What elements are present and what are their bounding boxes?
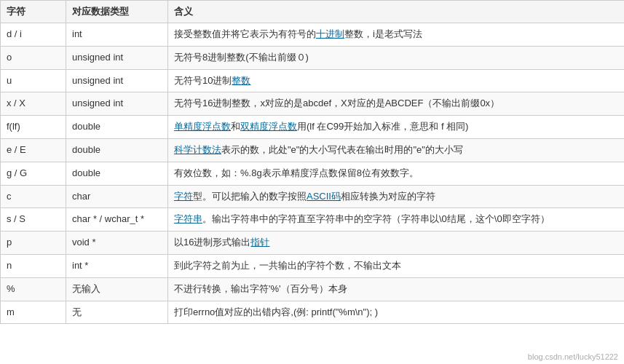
cell-char: c [1,185,66,208]
cell-type: 无输入 [66,277,168,301]
cell-type: double [66,162,168,185]
cell-meaning: 无符号16进制整数，x对应的是abcdef，X对应的是ABCDEF（不输出前缀0… [168,92,625,116]
meaning-link[interactable]: 字符串 [174,213,202,224]
header-char: 字符 [1,1,66,23]
cell-type: unsigned int [66,69,168,92]
cell-char: % [1,277,66,301]
table-row: g / Gdouble有效位数，如：%.8g表示单精度浮点数保留8位有效数字。 [1,162,625,185]
cell-type: char * / wchar_t * [66,208,168,232]
cell-type: void * [66,232,168,255]
cell-char: x / X [1,92,66,116]
meaning-text: 无符号16进制整数，x对应的是abcdef，X对应的是ABCDEF（不输出前缀0… [174,98,499,108]
table-row: s / Schar * / wchar_t *字符串。输出字符串中的字符直至字符… [1,208,625,232]
meaning-link[interactable]: 单精度浮点数 [174,121,231,132]
cell-meaning: 无符号10进制整数 [168,69,625,92]
table-row: e / Edouble科学计数法表示的数，此处"e"的大小写代表在输出时用的"e… [1,138,625,162]
table-row: nint *到此字符之前为止，一共输出的字符个数，不输出文本 [1,254,625,277]
cell-char: d / i [1,23,66,47]
cell-meaning: 字符型。可以把输入的数字按照ASCII码相应转换为对应的字符 [168,185,625,208]
cell-meaning: 科学计数法表示的数，此处"e"的大小写代表在输出时用的"e"的大小写 [168,138,625,162]
cell-type: unsigned int [66,46,168,69]
table-row: uunsigned int无符号10进制整数 [1,69,625,92]
table-row: %无输入不进行转换，输出字符'%'（百分号）本身 [1,277,625,301]
cell-char: u [1,69,66,92]
cell-meaning: 打印errno值对应的出错内容,(例: printf("%m\n"); ) [168,301,625,324]
meaning-text: 以16进制形式输出 [174,237,250,248]
header-type: 对应数据类型 [66,1,168,23]
cell-meaning: 有效位数，如：%.8g表示单精度浮点数保留8位有效数字。 [168,162,625,185]
meaning-text: 型。可以把输入的数字按照 [193,191,307,202]
cell-meaning: 字符串。输出字符串中的字符直至字符串中的空字符（字符串以\0结尾，这个\0即空字… [168,208,625,232]
cell-char: f(lf) [1,116,66,139]
meaning-text: 和 [231,121,240,132]
cell-meaning: 不进行转换，输出字符'%'（百分号）本身 [168,277,625,301]
meaning-text: 打印errno值对应的出错内容,(例: printf("%m\n"); ) [174,306,378,317]
meaning-link[interactable]: 整数 [232,75,250,86]
meaning-link[interactable]: 双精度浮点数 [240,121,297,132]
cell-char: n [1,254,66,277]
meaning-text: 无符号10进制 [174,75,232,86]
meaning-text: 。输出字符串中的字符直至字符串中的空字符（字符串以\0结尾，这个\0即空字符） [202,213,550,224]
cell-type: double [66,116,168,139]
table-row: d / iint接受整数值并将它表示为有符号的十进制整数，i是老式写法 [1,23,625,47]
meaning-link[interactable]: 十进制 [316,28,344,39]
cell-char: p [1,232,66,255]
cell-type: int [66,23,168,47]
cell-type: double [66,138,168,162]
cell-char: s / S [1,208,66,232]
cell-meaning: 单精度浮点数和双精度浮点数用(lf 在C99开始加入标准，意思和 f 相同) [168,116,625,139]
meaning-link[interactable]: 科学计数法 [174,144,221,155]
meaning-text: 到此字符之前为止，一共输出的字符个数，不输出文本 [174,260,401,271]
cell-meaning: 接受整数值并将它表示为有符号的十进制整数，i是老式写法 [168,23,625,47]
meaning-text: 接受整数值并将它表示为有符号的 [174,28,316,39]
meaning-text: 相应转换为对应的字符 [341,191,435,202]
meaning-link[interactable]: 字符 [174,191,193,202]
table-row: m无打印errno值对应的出错内容,(例: printf("%m\n"); ) [1,301,625,324]
table-row: pvoid *以16进制形式输出指针 [1,232,625,255]
cell-type: char [66,185,168,208]
cell-char: g / G [1,162,66,185]
meaning-text: 无符号8进制整数(不输出前缀０) [174,52,309,63]
cell-type: int * [66,254,168,277]
table-row: ounsigned int无符号8进制整数(不输出前缀０) [1,46,625,69]
table-row: f(lf)double单精度浮点数和双精度浮点数用(lf 在C99开始加入标准，… [1,116,625,139]
meaning-link[interactable]: 指针 [250,237,269,248]
meaning-text: 表示的数，此处"e"的大小写代表在输出时用的"e"的大小写 [221,144,463,155]
table-row: cchar字符型。可以把输入的数字按照ASCII码相应转换为对应的字符 [1,185,625,208]
cell-char: e / E [1,138,66,162]
meaning-text: 不进行转换，输出字符'%'（百分号）本身 [174,283,347,294]
meaning-text: 用(lf 在C99开始加入标准，意思和 f 相同) [297,121,468,132]
table-row: x / Xunsigned int无符号16进制整数，x对应的是abcdef，X… [1,92,625,116]
cell-meaning: 以16进制形式输出指针 [168,232,625,255]
cell-type: 无 [66,301,168,324]
header-meaning: 含义 [168,1,625,23]
meaning-link[interactable]: ASCII码 [307,191,341,202]
cell-type: unsigned int [66,92,168,116]
meaning-text: 有效位数，如：%.8g表示单精度浮点数保留8位有效数字。 [174,167,419,178]
cell-char: m [1,301,66,324]
cell-char: o [1,46,66,69]
cell-meaning: 到此字符之前为止，一共输出的字符个数，不输出文本 [168,254,625,277]
cell-meaning: 无符号8进制整数(不输出前缀０) [168,46,625,69]
meaning-text: 整数，i是老式写法 [344,28,422,39]
